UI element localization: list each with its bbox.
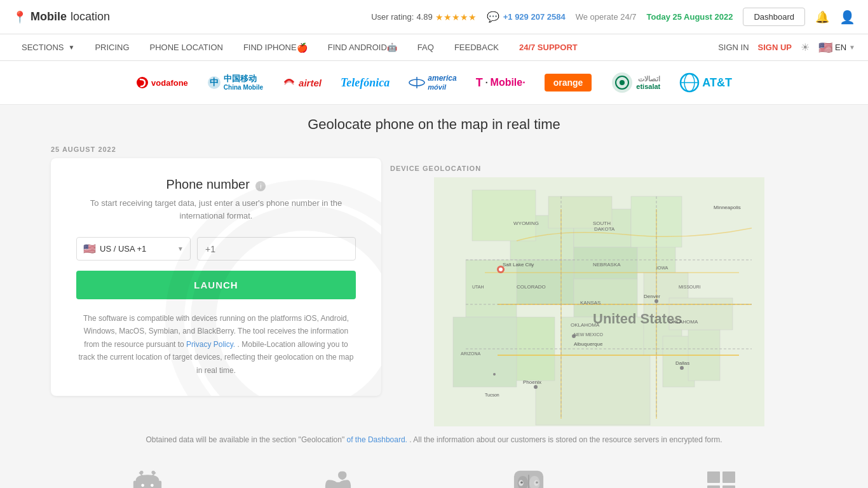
main-content: 25 AUGUST 2022 Phone number i To start r… (0, 139, 868, 426)
rating-value: 4.89 (416, 12, 432, 22)
platform-icons-bar (0, 454, 868, 488)
rating-stars: ★★★★★ (435, 12, 477, 22)
nav-pricing[interactable]: PRICING (86, 34, 138, 61)
top-bar-center: User rating: 4.89 ★★★★★ 💬 +1 929 207 258… (371, 8, 855, 26)
nav-right: SIGN IN SIGN UP ☀ 🇺🇸 EN ▼ (718, 41, 855, 55)
brand-telefonica: Telefónica (341, 76, 390, 90)
brand-airtel: airtel (282, 76, 322, 90)
svg-text:ARIZONA: ARIZONA (461, 351, 480, 356)
apple-nav-icon: 🍎 (297, 43, 308, 53)
svg-text:KANSAS: KANSAS (580, 300, 600, 306)
sign-up-link[interactable]: SIGN UP (758, 43, 792, 52)
form-subtitle: To start receiving target data, just ent… (76, 197, 356, 222)
svg-text:中: 中 (210, 77, 219, 87)
svg-text:MISSOURI: MISSOURI (679, 285, 701, 289)
logo-location: location (71, 10, 110, 24)
user-avatar-icon[interactable]: 👤 (839, 10, 855, 25)
nav-support[interactable]: 24/7 SUPPORT (510, 34, 587, 61)
svg-point-39 (654, 299, 658, 303)
brands-bar: vodafone 中 中国移动 China Mobile airtel Tele… (0, 61, 868, 105)
nav-feedback[interactable]: FEEDBACK (445, 34, 508, 61)
svg-point-71 (151, 484, 154, 487)
logo-mobile: Mobile (31, 10, 67, 24)
privacy-policy-link[interactable]: Privacy Policy. (186, 340, 235, 349)
us-flag-icon: 🇺🇸 (83, 243, 96, 255)
bell-icon[interactable]: 🔔 (815, 10, 829, 24)
svg-point-7 (620, 80, 625, 85)
svg-text:Phoenix: Phoenix (523, 379, 541, 385)
brand-etisalat: اتصالات etisalat (611, 71, 660, 94)
form-footer: The software is compatible with devices … (76, 312, 356, 377)
svg-rect-83 (722, 471, 735, 483)
phone-input-row: 🇺🇸 US / USA +1 ▼ (76, 237, 356, 261)
svg-text:Denver: Denver (644, 294, 660, 299)
svg-rect-69 (158, 481, 161, 488)
headline: Geolocate phone on the map in real time (0, 105, 868, 139)
android-nav-icon: 🤖 (387, 43, 397, 52)
svg-text:United States: United States (593, 311, 682, 327)
top-bar: 📍 Mobile location User rating: 4.89 ★★★★… (0, 0, 868, 34)
country-select[interactable]: 🇺🇸 US / USA +1 ▼ (76, 237, 191, 261)
brand-americamovil: america móvil (409, 74, 456, 90)
map-label: DEVICE GEOLOCATION (381, 158, 817, 177)
phone-icon: 💬 (487, 11, 499, 23)
right-panel: DEVICE GEOLOCATION (381, 139, 817, 426)
country-dropdown-icon: ▼ (177, 245, 184, 252)
sign-in-link[interactable]: SIGN IN (718, 43, 749, 52)
language-selector[interactable]: 🇺🇸 EN ▼ (818, 41, 855, 55)
sections-dropdown-icon: ▼ (68, 44, 74, 51)
svg-text:Salt Lake City: Salt Lake City (503, 262, 534, 268)
svg-rect-85 (722, 485, 735, 488)
location-pin-icon: 📍 (13, 10, 27, 24)
dashboard-link[interactable]: of the Dashboard. (347, 435, 407, 444)
svg-text:UTAH: UTAH (472, 285, 484, 289)
svg-point-40 (680, 366, 684, 370)
date-label: 25 AUGUST 2022 (51, 139, 381, 158)
brand-chinamobile: 中 中国移动 China Mobile (207, 74, 263, 90)
finder-platform-icon (513, 469, 544, 488)
svg-text:NEBRASKA: NEBRASKA (593, 262, 621, 268)
phone-number-input[interactable] (197, 237, 356, 261)
svg-rect-26 (472, 190, 536, 241)
svg-rect-84 (707, 485, 720, 488)
svg-text:DAKOTA: DAKOTA (594, 226, 615, 232)
nav-find-iphone[interactable]: FIND IPHONE 🍎 (234, 34, 316, 61)
svg-point-65 (499, 268, 503, 271)
svg-text:Tucson: Tucson (485, 393, 499, 397)
phone-support[interactable]: 💬 +1 929 207 2584 (487, 11, 566, 23)
apple-platform-icon (325, 469, 351, 488)
left-panel: 25 AUGUST 2022 Phone number i To start r… (51, 139, 381, 426)
lang-dropdown-icon: ▼ (849, 44, 855, 51)
user-rating: User rating: 4.89 ★★★★★ (371, 12, 477, 22)
svg-rect-68 (133, 481, 136, 488)
svg-text:SOUTH: SOUTH (593, 220, 611, 226)
nav-sections[interactable]: SECTIONS ▼ (13, 34, 83, 61)
theme-toggle-icon[interactable]: ☀ (801, 41, 810, 53)
svg-point-81 (536, 482, 538, 484)
nav-find-android[interactable]: FIND ANDROID 🤖 (319, 34, 406, 61)
svg-rect-82 (707, 471, 720, 483)
bottom-info-text: Obtained data will be available in the s… (0, 426, 868, 454)
svg-text:Dallas: Dallas (675, 360, 689, 366)
logo[interactable]: 📍 Mobile location (13, 10, 110, 24)
headline-text: Geolocate phone on the map in real time (308, 116, 560, 132)
nav-phone-location[interactable]: PHONE LOCATION (141, 34, 232, 61)
brand-att: AT&T (679, 72, 732, 93)
brand-vodafone: vodafone (136, 76, 188, 89)
android-platform-icon (132, 469, 163, 488)
svg-text:COLORADO: COLORADO (517, 284, 546, 290)
operates-text: We operate 24/7 (576, 12, 637, 22)
launch-button[interactable]: LAUNCH (76, 271, 356, 299)
svg-text:Albuquerque: Albuquerque (574, 341, 603, 347)
lang-label: EN (835, 43, 846, 52)
rating-label: User rating: (371, 12, 414, 22)
info-icon[interactable]: i (255, 181, 266, 191)
flag-icon: 🇺🇸 (818, 41, 832, 55)
nav-bar: SECTIONS ▼ PRICING PHONE LOCATION FIND I… (0, 34, 868, 61)
dashboard-button[interactable]: Dashboard (743, 8, 805, 26)
country-label: US / USA +1 (100, 244, 146, 254)
support-phone: +1 929 207 2584 (503, 12, 566, 22)
nav-faq[interactable]: FAQ (409, 34, 443, 61)
svg-point-41 (534, 385, 538, 389)
phone-form-card: Phone number i To start receiving target… (51, 158, 381, 396)
